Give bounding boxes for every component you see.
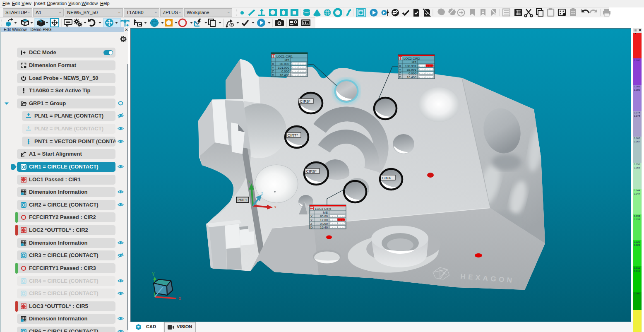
svg-text:101.000: 101.000 <box>278 66 289 70</box>
svg-text:Z: Z <box>272 70 274 73</box>
svg-text:MS: MS <box>323 211 328 214</box>
svg-text:108.991: 108.991 <box>405 64 416 68</box>
svg-text:X: X <box>272 62 274 66</box>
svg-text:z: z <box>261 191 263 195</box>
svg-text:88.991: 88.991 <box>407 68 416 72</box>
svg-text:X: X <box>399 64 401 68</box>
svg-text:80.00: 80.00 <box>320 214 328 218</box>
svg-text:CIR6*: CIR6* <box>306 169 317 173</box>
svg-text:LOC1 CIR1: LOC1 CIR1 <box>276 55 293 58</box>
svg-text:CIR4: CIR4 <box>382 176 391 180</box>
svg-text:X: X <box>178 296 181 301</box>
svg-text:Z: Z <box>399 72 401 75</box>
svg-text:CIR8*: CIR8* <box>300 99 311 103</box>
svg-text:80.000: 80.000 <box>280 62 289 66</box>
svg-text:0.000: 0.000 <box>281 70 289 73</box>
svg-text:16.400: 16.400 <box>407 75 416 79</box>
svg-text:Y: Y <box>272 66 274 70</box>
svg-text:X: X <box>310 214 312 218</box>
svg-text:MS: MS <box>285 58 289 62</box>
svg-text:PNT1: PNT1 <box>238 198 247 202</box>
svg-text:16.400: 16.400 <box>280 73 289 77</box>
svg-text:0.000: 0.000 <box>320 222 328 226</box>
svg-text:D: D <box>310 226 313 229</box>
svg-text:MS: MS <box>412 60 416 64</box>
svg-text:LOC2 CIR2: LOC2 CIR2 <box>404 57 420 60</box>
svg-text:Y: Y <box>399 68 401 72</box>
svg-text:Y: Y <box>152 272 155 277</box>
svg-text:0.000: 0.000 <box>409 72 416 75</box>
svg-text:16.40: 16.40 <box>320 226 328 229</box>
svg-text:D: D <box>399 75 401 79</box>
svg-text:Y: Y <box>310 218 312 222</box>
svg-text:Z: Z <box>310 222 312 226</box>
svg-text:17.00: 17.00 <box>320 218 328 222</box>
svg-text:x: x <box>274 205 276 209</box>
svg-text:CIR7*: CIR7* <box>288 133 298 137</box>
svg-text:y: y <box>248 179 250 183</box>
svg-text:D: D <box>272 73 274 77</box>
svg-text:LOC3 CIR5: LOC3 CIR5 <box>315 207 331 211</box>
